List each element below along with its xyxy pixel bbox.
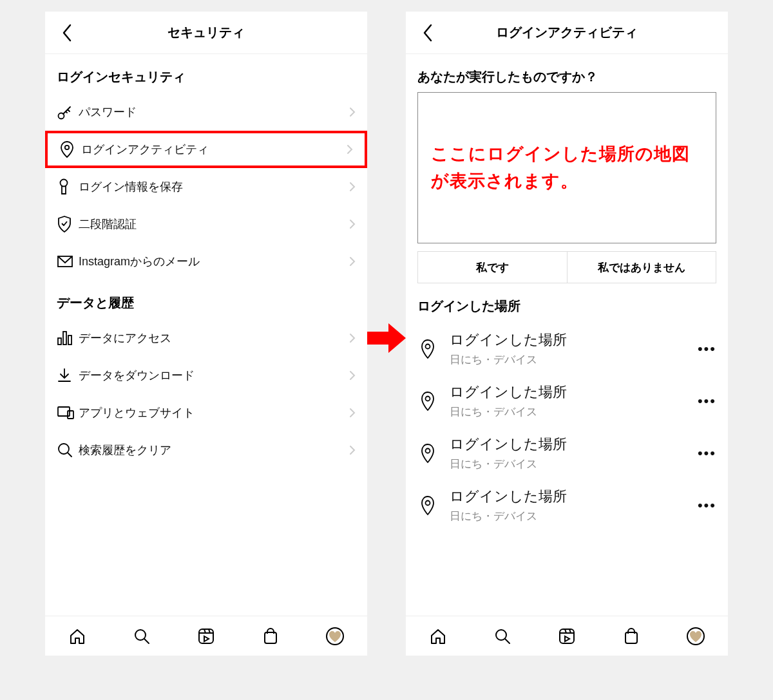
nav-search[interactable] (131, 625, 153, 647)
location-pin-icon (417, 495, 438, 516)
nav-activity[interactable] (685, 625, 707, 647)
bottom-nav (45, 616, 367, 656)
chevron-right-icon (349, 408, 356, 418)
location-pin-icon (59, 140, 81, 158)
svg-point-17 (426, 500, 430, 505)
prompt-question: あなたが実行したものですか？ (406, 54, 728, 92)
key-icon (57, 104, 79, 120)
login-location-item[interactable]: ログインした場所 日にち・デバイス ••• (417, 427, 716, 479)
more-options-icon[interactable]: ••• (698, 393, 716, 410)
page-title: セキュリティ (167, 24, 245, 41)
confirm-buttons: 私です 私ではありません (417, 251, 716, 283)
chevron-right-icon (349, 182, 356, 192)
svg-point-15 (426, 396, 430, 401)
row-label: 検索履歴をクリア (79, 442, 349, 458)
login-location-detail: 日にち・デバイス (450, 352, 686, 367)
svg-rect-20 (625, 632, 637, 643)
section-login-security-title: ログインセキュリティ (45, 54, 367, 93)
mail-icon (57, 255, 79, 268)
chevron-right-icon (349, 219, 356, 229)
row-emails-from-instagram[interactable]: Instagramからのメール (45, 243, 367, 280)
chevron-left-icon (61, 24, 73, 42)
login-item-text: ログインした場所 日にち・デバイス (450, 383, 686, 419)
login-location-detail: 日にち・デバイス (450, 404, 686, 419)
nav-shop[interactable] (260, 625, 282, 647)
chevron-right-icon (349, 370, 356, 381)
svg-rect-12 (265, 632, 276, 643)
location-pin-icon (417, 391, 438, 411)
login-location-name: ログインした場所 (450, 435, 686, 454)
nav-home[interactable] (427, 625, 449, 647)
row-label: データをダウンロード (79, 368, 349, 383)
login-location-detail: 日にち・デバイス (450, 509, 686, 524)
more-options-icon[interactable]: ••• (698, 341, 716, 357)
row-label: ログインアクティビティ (81, 142, 347, 157)
svg-rect-8 (68, 411, 73, 419)
svg-point-16 (426, 448, 430, 453)
login-location-name: ログインした場所 (450, 383, 686, 402)
login-location-item[interactable]: ログインした場所 日にち・デバイス ••• (417, 375, 716, 427)
svg-rect-19 (560, 629, 574, 643)
row-label: アプリとウェブサイト (79, 405, 349, 421)
login-location-detail: 日にち・デバイス (450, 457, 686, 471)
chevron-right-icon (347, 144, 353, 155)
nav-search[interactable] (491, 625, 513, 647)
svg-rect-6 (68, 336, 72, 345)
keyhole-icon (57, 178, 79, 196)
nav-shop[interactable] (620, 625, 642, 647)
button-label: 私です (476, 260, 509, 275)
more-options-icon[interactable]: ••• (698, 497, 716, 514)
login-location-name: ログインした場所 (450, 330, 686, 350)
nav-activity[interactable] (324, 625, 346, 647)
back-button[interactable] (54, 20, 80, 46)
back-button[interactable] (415, 20, 441, 46)
bottom-nav (406, 616, 728, 656)
row-label: Instagramからのメール (79, 254, 349, 269)
chevron-right-icon (349, 333, 356, 343)
row-apps-and-websites[interactable]: アプリとウェブサイト (45, 394, 367, 431)
map-placeholder-box: ここにログインした場所の地図が表示されます。 (417, 92, 716, 243)
nav-reels[interactable] (195, 625, 217, 647)
content: ログインセキュリティ パスワード ログインアクティビティ ログイン情報を保存 (45, 54, 367, 616)
row-label: 二段階認証 (79, 216, 349, 232)
row-download-data[interactable]: データをダウンロード (45, 357, 367, 394)
login-location-item[interactable]: ログインした場所 日にち・デバイス ••• (417, 323, 716, 375)
chevron-right-icon (349, 256, 356, 267)
button-this-wasnt-me[interactable]: 私ではありません (568, 252, 716, 283)
row-label: データにアクセス (79, 330, 349, 346)
svg-point-2 (61, 180, 68, 187)
bar-chart-icon (57, 330, 79, 346)
chevron-right-icon (349, 445, 356, 455)
nav-home[interactable] (66, 625, 88, 647)
section-data-history-title: データと履歴 (45, 280, 367, 319)
more-options-icon[interactable]: ••• (698, 445, 716, 462)
row-label: パスワード (79, 104, 349, 120)
svg-rect-4 (58, 338, 61, 345)
download-icon (57, 368, 79, 383)
row-access-data[interactable]: データにアクセス (45, 319, 367, 357)
row-password[interactable]: パスワード (45, 93, 367, 131)
search-icon (57, 442, 79, 459)
login-locations-list: ログインした場所 日にち・デバイス ••• ログインした場所 日にち・デバイス … (406, 323, 728, 531)
map-placeholder-text: ここにログインした場所の地図が表示されます。 (431, 141, 703, 195)
chevron-right-icon (349, 107, 356, 117)
header: ログインアクティビティ (406, 12, 728, 54)
login-item-text: ログインした場所 日にち・デバイス (450, 435, 686, 471)
devices-icon (57, 406, 79, 420)
header: セキュリティ (45, 12, 367, 54)
row-save-login-info[interactable]: ログイン情報を保存 (45, 168, 367, 205)
shield-check-icon (57, 215, 79, 233)
login-item-text: ログインした場所 日にち・デバイス (450, 487, 686, 524)
login-locations-title: ログインした場所 (406, 283, 728, 323)
chevron-left-icon (422, 24, 434, 42)
login-location-item[interactable]: ログインした場所 日にち・デバイス ••• (417, 479, 716, 531)
nav-reels[interactable] (556, 625, 578, 647)
row-two-factor-auth[interactable]: 二段階認証 (45, 205, 367, 243)
login-location-name: ログインした場所 (450, 487, 686, 506)
svg-point-14 (426, 344, 430, 348)
svg-rect-11 (199, 629, 213, 643)
button-this-was-me[interactable]: 私です (418, 252, 568, 283)
row-clear-search-history[interactable]: 検索履歴をクリア (45, 431, 367, 469)
row-login-activity[interactable]: ログインアクティビティ (45, 131, 367, 168)
arrow-right-icon (364, 316, 409, 361)
